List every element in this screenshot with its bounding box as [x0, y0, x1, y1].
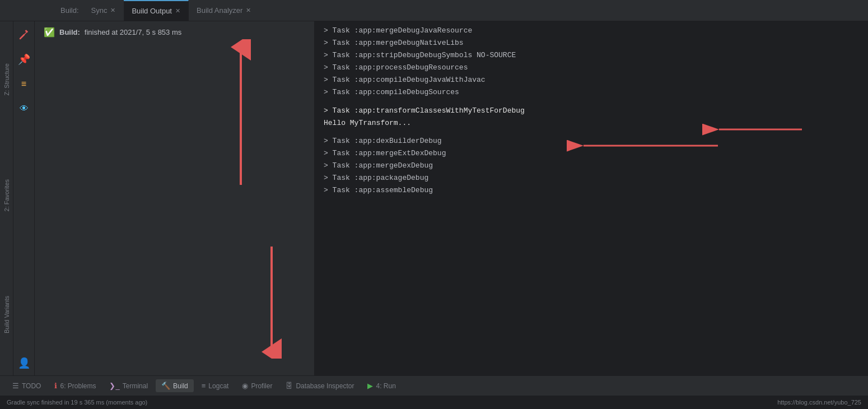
todo-icon: ☰	[12, 382, 19, 390]
db-inspector-icon: 🗄	[286, 382, 293, 390]
log-line-2: > Task :app:mergeDebugNativeLibs	[324, 37, 859, 49]
tab-sync-label: Sync	[91, 6, 108, 15]
layers-icon[interactable]: ≡	[16, 76, 32, 92]
run-label: 4: Run	[376, 382, 395, 390]
tab-bar-label: Build:	[56, 0, 83, 21]
build-icon: 🔨	[161, 382, 170, 390]
log-line-1: > Task :app:mergeDebugJavaResource	[324, 25, 859, 37]
eye-icon[interactable]: 👁	[16, 101, 32, 117]
todo-label: TODO	[22, 382, 41, 390]
toolbar-terminal[interactable]: ❯_ Terminal	[104, 379, 153, 392]
svg-rect-0	[25, 30, 28, 33]
hammer-icon[interactable]	[16, 27, 32, 43]
left-panel: ✅ Build: finished at 2021/7, 5 s 853 ms	[35, 21, 315, 375]
db-inspector-label: Database Inspector	[296, 382, 354, 390]
tab-build-analyzer[interactable]: Build Analyzer ✕	[189, 0, 259, 21]
tab-sync[interactable]: Sync ✕	[83, 0, 124, 21]
log-line-5: > Task :app:compileDebugJavaWithJavac	[324, 74, 859, 86]
vertical-label-build-variants[interactable]: Build Variants	[3, 291, 10, 338]
tab-build-analyzer-label: Build Analyzer	[197, 6, 242, 15]
person-icon[interactable]: 👤	[16, 355, 32, 371]
tab-bar: Build: Sync ✕ Build Output ✕ Build Analy…	[0, 0, 868, 21]
toolbar-profiler[interactable]: ◉ Profiler	[236, 379, 278, 392]
log-line-10: > Task :app:mergeExtDexDebug	[324, 147, 859, 160]
vertical-label-structure[interactable]: Z: Structure	[3, 59, 10, 100]
run-icon: ▶	[367, 382, 373, 390]
log-line-13: > Task :app:assembleDebug	[324, 184, 859, 197]
toolbar-build[interactable]: 🔨 Build	[156, 379, 194, 392]
toolbar-db-inspector[interactable]: 🗄 Database Inspector	[280, 379, 360, 392]
problems-label: 6: Problems	[60, 382, 96, 390]
build-status: ✅ Build: finished at 2021/7, 5 s 853 ms	[44, 27, 305, 38]
profiler-icon: ◉	[242, 382, 248, 390]
tab-build-output[interactable]: Build Output ✕	[124, 0, 189, 21]
terminal-label: Terminal	[123, 382, 148, 390]
right-panel[interactable]: > Task :app:mergeDebugJavaResource > Tas…	[315, 21, 868, 375]
tab-sync-close[interactable]: ✕	[110, 7, 115, 13]
build-label: Build:	[59, 28, 80, 36]
build-success-icon: ✅	[44, 27, 55, 38]
log-line-8: Hello MyTransform...	[324, 117, 859, 129]
tab-build-output-close[interactable]: ✕	[175, 8, 180, 14]
toolbar-todo[interactable]: ☰ TODO	[7, 379, 46, 392]
toolbar-run[interactable]: ▶ 4: Run	[362, 379, 401, 392]
log-line-11: > Task :app:mergeDexDebug	[324, 160, 859, 172]
log-line-12: > Task :app:packageDebug	[324, 172, 859, 184]
log-line-3: > Task :app:stripDebugDebugSymbols NO-SO…	[324, 49, 859, 62]
tab-build-output-label: Build Output	[132, 7, 172, 15]
logcat-label: Logcat	[208, 382, 228, 390]
build-time-text: finished at 2021/7, 5 s 853 ms	[85, 28, 181, 36]
tab-build-analyzer-close[interactable]: ✕	[246, 7, 251, 13]
status-right: https://blog.csdn.net/yubo_725	[777, 399, 861, 406]
pin-icon[interactable]: 📌	[16, 52, 32, 67]
profiler-label: Profiler	[251, 382, 272, 390]
sidebar-left: 📌 ≡ 👁 👤	[13, 21, 35, 375]
toolbar-problems[interactable]: ℹ 6: Problems	[49, 379, 101, 392]
logcat-icon: ≡	[202, 382, 206, 390]
log-spacer-2	[324, 129, 859, 135]
log-line-4: > Task :app:processDebugResources	[324, 62, 859, 74]
main-area: Z: Structure 2: Favorites Build Variants…	[0, 21, 868, 375]
terminal-icon: ❯_	[109, 382, 119, 390]
status-left: Gradle sync finished in 19 s 365 ms (mom…	[7, 399, 147, 406]
vertical-labels-strip: Z: Structure 2: Favorites Build Variants	[0, 21, 13, 375]
status-bar: Gradle sync finished in 19 s 365 ms (mom…	[0, 396, 868, 409]
problems-icon: ℹ	[54, 382, 57, 390]
log-line-7: > Task :app:transformClassesWithMyTestFo…	[324, 105, 859, 117]
log-line-6: > Task :app:compileDebugSources	[324, 86, 859, 99]
vertical-label-favorites[interactable]: 2: Favorites	[3, 175, 10, 216]
bottom-toolbar: ☰ TODO ℹ 6: Problems ❯_ Terminal 🔨 Build…	[0, 375, 868, 396]
log-line-9: > Task :app:dexBuilderDebug	[324, 135, 859, 147]
build-label-tb: Build	[173, 382, 188, 390]
log-spacer-1	[324, 99, 859, 105]
toolbar-logcat[interactable]: ≡ Logcat	[196, 379, 235, 392]
